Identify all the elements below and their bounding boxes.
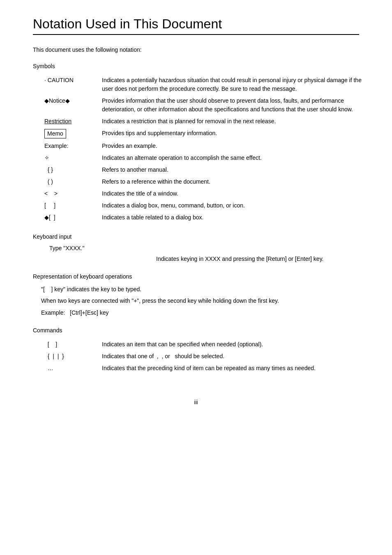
table-row: · CAUTION Indicates a potentially hazard… [41, 74, 367, 95]
symbol-curly: { } [41, 164, 99, 176]
keyboard-desc-text: Indicates keying in XXXX and pressing th… [156, 255, 324, 263]
keyboard-section-title: Keyboard input [33, 233, 359, 240]
symbol-diamond-square: ◆[ ] [41, 212, 99, 223]
table-row: ◆[ ] Indicates a table related to a dial… [41, 212, 367, 223]
cmd-desc-optional: Indicates an item that can be specified … [99, 339, 367, 350]
repr-line-1: "[ ] key" indicates the key to be typed. [41, 285, 359, 294]
symbol-example: Example: [41, 140, 99, 152]
symbols-table: · CAUTION Indicates a potentially hazard… [41, 74, 367, 223]
table-row: [ ] Indicates an item that can be specif… [41, 339, 367, 350]
page-title: Notation Used in This Document [33, 16, 359, 32]
cmd-desc-ellipsis: Indicates that the preceding kind of ite… [99, 362, 367, 374]
page-footer: iii [33, 399, 359, 405]
keyboard-desc-spacer [41, 255, 156, 263]
desc-example: Provides an example. [99, 140, 367, 152]
representation-section: Representation of keyboard operations "[… [33, 273, 359, 317]
cmd-desc-pipe: Indicates that one of , , or should be s… [99, 350, 367, 362]
cmd-symbol-optional: [ ] [41, 339, 99, 350]
commands-table: [ ] Indicates an item that can be specif… [41, 339, 367, 374]
table-row: { } Refers to another manual. [41, 164, 367, 176]
type-line-text: Type "XXXX." [49, 245, 84, 251]
table-row: ✧ Indicates an alternate operation to ac… [41, 152, 367, 164]
desc-diamond: Indicates an alternate operation to acco… [99, 152, 367, 164]
commands-section: Commands [ ] Indicates an item that can … [33, 327, 359, 374]
table-row: … Indicates that the preceding kind of i… [41, 362, 367, 374]
commands-section-title: Commands [33, 327, 359, 334]
table-row: ◆Notice◆ Provides information that the u… [41, 95, 367, 115]
keyboard-input-section: Keyboard input Type "XXXX." Indicates ke… [33, 233, 359, 263]
symbol-parens: ( ) [41, 176, 99, 188]
symbol-memo: Memo [41, 127, 99, 140]
table-row: ( ) Refers to a reference within the doc… [41, 176, 367, 188]
symbol-notice: ◆Notice◆ [41, 95, 99, 115]
desc-square: Indicates a dialog box, menu, command, b… [99, 200, 367, 212]
cmd-symbol-pipe: { | | } [41, 350, 99, 362]
table-row: Memo Provides tips and supplementary inf… [41, 127, 367, 140]
symbol-angle: < > [41, 188, 99, 200]
desc-diamond-square: Indicates a table related to a dialog bo… [99, 212, 367, 223]
repr-section-title: Representation of keyboard operations [33, 273, 359, 280]
table-row: [ ] Indicates a dialog box, menu, comman… [41, 200, 367, 212]
desc-angle: Indicates the title of a window. [99, 188, 367, 200]
symbols-section-title: Symbols [33, 63, 359, 69]
desc-notice: Provides information that the user shoul… [99, 95, 367, 115]
keyboard-type-line: Type "XXXX." [49, 245, 359, 251]
symbols-section: Symbols · CAUTION Indicates a potentiall… [33, 63, 359, 223]
symbol-restriction: Restriction [41, 115, 99, 127]
desc-memo: Provides tips and supplementary informat… [99, 127, 367, 140]
table-row: < > Indicates the title of a window. [41, 188, 367, 200]
symbol-caution: · CAUTION [41, 74, 99, 95]
repr-line-2: When two keys are connected with "+", pr… [41, 296, 359, 305]
desc-caution: Indicates a potentially hazardous situat… [99, 74, 367, 95]
title-rule [33, 34, 359, 35]
repr-line-3: Example: [Ctrl]+[Esc] key [41, 308, 359, 317]
table-row: { | | } Indicates that one of , , or sho… [41, 350, 367, 362]
intro-text: This document uses the following notatio… [33, 46, 359, 53]
table-row: Restriction Indicates a restriction that… [41, 115, 367, 127]
footer-page-number: iii [194, 399, 198, 405]
desc-parens: Refers to a reference within the documen… [99, 176, 367, 188]
symbol-diamond: ✧ [41, 152, 99, 164]
symbol-square: [ ] [41, 200, 99, 212]
page-container: Notation Used in This Document This docu… [0, 0, 392, 430]
table-row: Example: Provides an example. [41, 140, 367, 152]
desc-curly: Refers to another manual. [99, 164, 367, 176]
desc-restriction: Indicates a restriction that is planned … [99, 115, 367, 127]
cmd-symbol-ellipsis: … [41, 362, 99, 374]
